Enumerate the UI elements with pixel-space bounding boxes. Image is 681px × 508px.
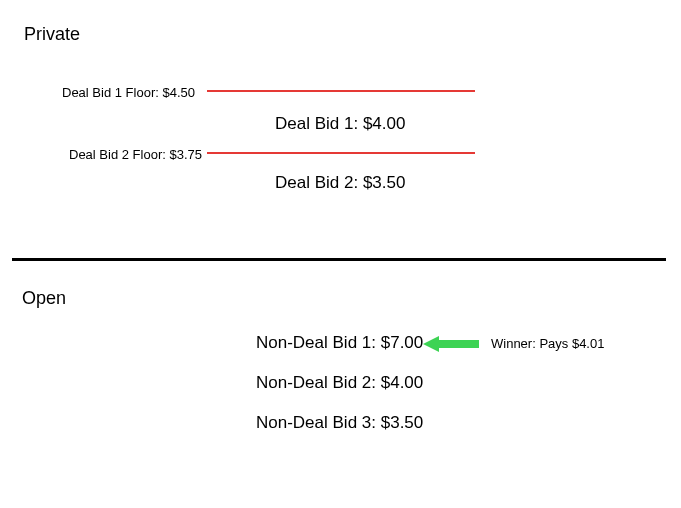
floor-label-2: Deal Bid 2 Floor: $3.75 [69, 147, 202, 162]
deal-bid-2-label: Deal Bid 2: $3.50 [275, 173, 405, 193]
floor-line-1 [207, 90, 475, 92]
floor-line-2 [207, 152, 475, 154]
winner-annotation: Winner: Pays $4.01 [491, 336, 604, 351]
non-deal-bid-1-label: Non-Deal Bid 1: $7.00 [256, 333, 423, 353]
non-deal-bid-3-label: Non-Deal Bid 3: $3.50 [256, 413, 423, 433]
section-label-private: Private [24, 24, 80, 45]
section-label-open: Open [22, 288, 66, 309]
winner-arrow-icon [423, 335, 479, 357]
section-divider [12, 258, 666, 261]
svg-marker-0 [423, 336, 479, 352]
floor-label-1: Deal Bid 1 Floor: $4.50 [62, 85, 195, 100]
deal-bid-1-label: Deal Bid 1: $4.00 [275, 114, 405, 134]
non-deal-bid-2-label: Non-Deal Bid 2: $4.00 [256, 373, 423, 393]
